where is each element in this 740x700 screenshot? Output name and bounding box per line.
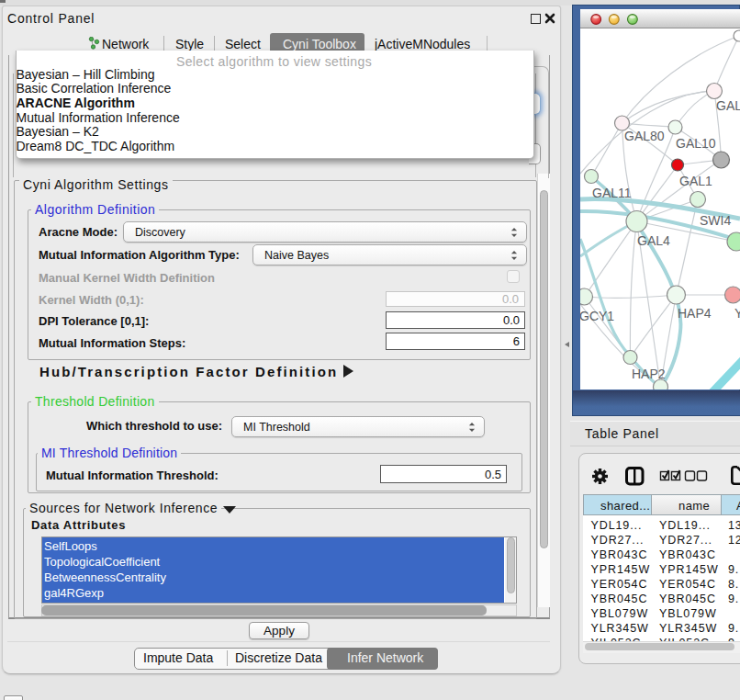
svg-text:HAP4: HAP4 xyxy=(678,306,712,321)
svg-text:GAL10: GAL10 xyxy=(676,136,716,151)
svg-text:GAL2: GAL2 xyxy=(716,98,740,113)
svg-text:SWI4: SWI4 xyxy=(700,213,731,228)
svg-text:Y: Y xyxy=(734,306,740,321)
svg-text:GAL11: GAL11 xyxy=(592,186,632,200)
svg-text:GCY1: GCY1 xyxy=(580,309,614,323)
svg-text:GAL80: GAL80 xyxy=(624,129,665,143)
svg-text:GAL4: GAL4 xyxy=(637,233,670,248)
svg-text:HAP2: HAP2 xyxy=(632,367,666,381)
svg-text:GAL1: GAL1 xyxy=(679,174,712,188)
